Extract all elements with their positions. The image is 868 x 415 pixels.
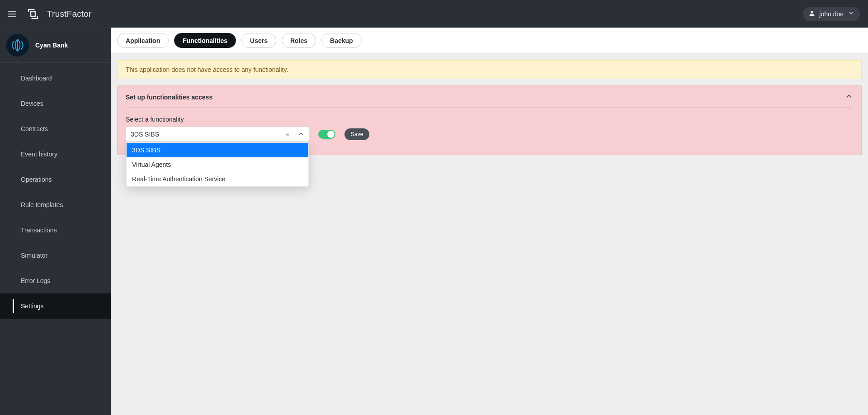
chevron-up-icon[interactable] [298, 131, 304, 138]
tab-backup[interactable]: Backup [321, 33, 362, 48]
enable-toggle[interactable] [318, 130, 335, 139]
topbar: TrustFactor john.doe [0, 0, 868, 28]
sidebar-item-label: Simulator [21, 252, 47, 259]
dropdown-option[interactable]: Real-Time Authentication Service [127, 172, 308, 186]
user-icon [808, 9, 816, 18]
sidebar-item-label: Settings [21, 302, 44, 310]
tab-application[interactable]: Application [117, 33, 169, 48]
content: Application Functionalities Users Roles … [111, 28, 868, 415]
sidebar-item-operations[interactable]: Operations [0, 167, 111, 192]
sidebar-item-label: Transactions [21, 226, 57, 234]
warning-text: This application does not have access to… [126, 66, 288, 73]
dropdown-option-label: Real-Time Authentication Service [132, 175, 225, 183]
sidebar-item-contracts[interactable]: Contracts [0, 116, 111, 141]
svg-point-1 [811, 11, 813, 13]
sidebar-item-label: Devices [21, 100, 43, 107]
chevron-up-icon [845, 92, 853, 100]
dropdown-option[interactable]: Virtual Agents [127, 157, 308, 172]
sidebar-item-rule-templates[interactable]: Rule templates [0, 192, 111, 217]
tab-label: Application [126, 37, 160, 44]
sidebar-item-devices[interactable]: Devices [0, 91, 111, 116]
sidebar-item-event-history[interactable]: Event history [0, 141, 111, 167]
user-name: john.doe [819, 10, 844, 18]
sidebar-item-label: Contracts [21, 125, 48, 132]
tenant-header[interactable]: Cyan Bank [0, 28, 111, 63]
menu-toggle-icon[interactable] [8, 9, 19, 19]
brand-name: TrustFactor [47, 9, 92, 19]
sidebar-nav: Dashboard Devices Contracts Event histor… [0, 63, 111, 319]
sidebar-item-label: Event history [21, 151, 57, 158]
tab-roles[interactable]: Roles [282, 33, 316, 48]
chevron-down-icon [848, 10, 854, 18]
tenant-name: Cyan Bank [35, 42, 68, 49]
clear-icon[interactable] [283, 130, 292, 139]
sidebar-item-transactions[interactable]: Transactions [0, 217, 111, 243]
sidebar-item-label: Dashboard [21, 75, 52, 82]
sidebar-item-label: Rule templates [21, 201, 63, 208]
svg-rect-0 [31, 12, 35, 16]
functionality-dropdown: 3DS SIBS Virtual Agents Real-Time Authen… [126, 142, 309, 187]
save-button[interactable]: Save [344, 128, 369, 140]
functionality-field-label: Select a functionality [126, 116, 309, 123]
dropdown-option-label: 3DS SIBS [132, 146, 160, 154]
functionality-field: Select a functionality 3DS SIBS [126, 116, 309, 142]
functionality-selected-value: 3DS SIBS [131, 131, 283, 138]
sidebar-item-error-logs[interactable]: Error Logs [0, 268, 111, 293]
panel-title: Set up functionalities access [126, 94, 212, 101]
save-button-label: Save [351, 131, 363, 137]
sidebar-item-label: Error Logs [21, 277, 50, 284]
tab-label: Backup [330, 37, 353, 44]
sidebar-item-simulator[interactable]: Simulator [0, 243, 111, 268]
tab-users[interactable]: Users [241, 33, 276, 48]
tabs-bar: Application Functionalities Users Roles … [111, 28, 868, 54]
warning-banner: This application does not have access to… [117, 60, 862, 79]
tab-functionalities[interactable]: Functionalities [174, 33, 236, 48]
tab-label: Users [250, 37, 268, 44]
select-divider [295, 130, 295, 138]
tab-label: Functionalities [183, 37, 227, 44]
sidebar: Cyan Bank Dashboard Devices Contracts Ev… [0, 28, 111, 415]
dropdown-option-label: Virtual Agents [132, 161, 171, 168]
tenant-logo-icon [6, 34, 29, 57]
sidebar-item-label: Operations [21, 176, 52, 183]
user-menu[interactable]: john.doe [803, 7, 860, 21]
tab-label: Roles [290, 37, 307, 44]
collapse-toggle[interactable] [845, 92, 853, 102]
sidebar-item-dashboard[interactable]: Dashboard [0, 66, 111, 91]
functionalities-panel: Set up functionalities access Select a f… [117, 85, 862, 155]
dropdown-option[interactable]: 3DS SIBS [127, 143, 308, 157]
sidebar-item-settings[interactable]: Settings [0, 293, 111, 319]
functionality-select[interactable]: 3DS SIBS 3DS SIBS [126, 127, 309, 142]
brand-logo-icon [26, 7, 40, 21]
